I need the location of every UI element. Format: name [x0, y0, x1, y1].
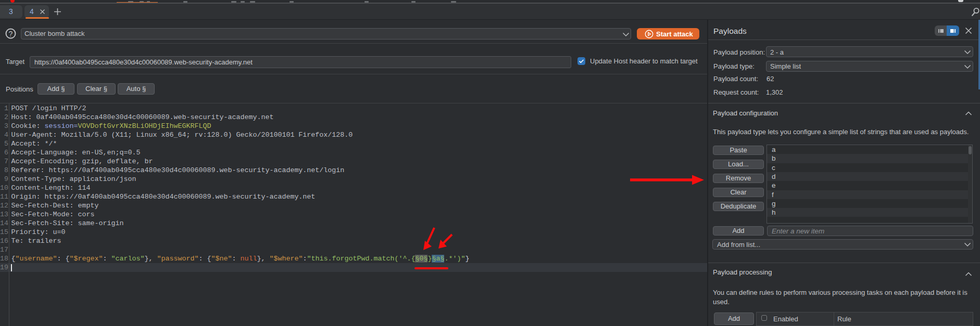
svg-text:?: ? — [9, 30, 13, 38]
